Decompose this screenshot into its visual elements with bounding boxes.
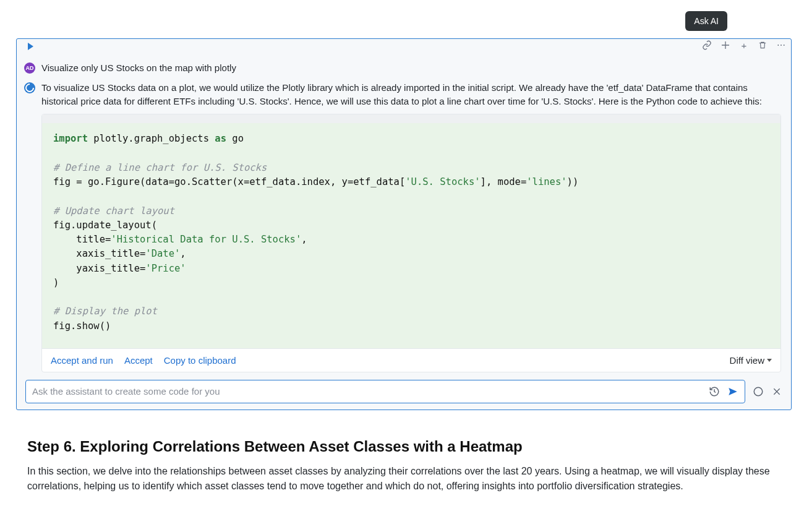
code-string: 'U.S. Stocks': [405, 176, 480, 187]
history-icon[interactable]: [709, 386, 720, 397]
code-string: 'Price': [145, 263, 186, 274]
diff-view-label: Diff view: [730, 355, 764, 366]
code-token: xaxis_title=: [53, 248, 145, 259]
user-message: AD Visualize only US Stocks on the map w…: [24, 61, 781, 75]
code-header-strip: [42, 114, 780, 123]
page-frame: Ask AI + ⋯ AD Visualize only US: [0, 0, 804, 532]
user-avatar: AD: [24, 62, 35, 74]
code-token: as: [215, 133, 226, 144]
code-token: title=: [53, 234, 111, 245]
prompt-input-wrap: [25, 380, 745, 403]
code-token: ], mode=: [481, 176, 527, 187]
diff-view-dropdown[interactable]: Diff view: [730, 355, 772, 366]
send-icon[interactable]: [727, 386, 738, 397]
close-icon[interactable]: [771, 386, 782, 397]
code-token: fig.show(): [53, 320, 111, 332]
code-token: ): [53, 277, 59, 288]
user-message-text: Visualize only US Stocks on the map with…: [41, 61, 236, 75]
svg-point-0: [754, 387, 763, 396]
assistant-prompt-input[interactable]: [32, 386, 709, 397]
ai-avatar: [24, 82, 35, 93]
code-actions-row: Accept and run Accept Copy to clipboard …: [42, 348, 780, 372]
ai-message-text: To visualize US Stocks data on a plot, w…: [41, 81, 781, 108]
code-body: import plotly.graph_objects as go # Defi…: [42, 123, 780, 348]
code-string: 'lines': [526, 176, 567, 187]
code-token: ,: [180, 248, 186, 259]
ask-ai-button[interactable]: Ask AI: [685, 11, 727, 31]
code-token: plotly.graph_objects: [88, 133, 215, 144]
cell-toolbar: + ⋯: [17, 39, 791, 54]
run-cell-icon[interactable]: [28, 43, 33, 50]
add-cell-icon[interactable]: [721, 40, 730, 50]
accept-and-run-button[interactable]: Accept and run: [51, 355, 113, 366]
code-comment: # Display the plot: [53, 306, 157, 317]
code-comment: # Update chart layout: [53, 205, 174, 217]
more-icon[interactable]: ⋯: [776, 40, 786, 50]
notebook-cell: + ⋯ AD Visualize only US Stocks on the m…: [16, 38, 792, 410]
code-comment: # Define a line chart for U.S. Stocks: [53, 162, 267, 173]
stop-icon[interactable]: [753, 386, 764, 397]
copy-to-clipboard-button[interactable]: Copy to clipboard: [164, 355, 236, 366]
code-string: 'Date': [145, 248, 180, 259]
code-string: 'Historical Data for U.S. Stocks': [111, 234, 301, 245]
prompt-row: [25, 380, 782, 403]
code-token: ,: [301, 234, 307, 245]
code-token: )): [567, 176, 579, 187]
ai-chat-panel: AD Visualize only US Stocks on the map w…: [17, 54, 791, 108]
code-suggestion-block: import plotly.graph_objects as go # Defi…: [41, 114, 781, 372]
accept-button[interactable]: Accept: [124, 355, 153, 366]
code-token: fig.update_layout(: [53, 220, 157, 231]
plus-icon[interactable]: +: [739, 40, 749, 50]
step-6-paragraph: In this section, we delve into the relat…: [27, 464, 777, 494]
cell-toolbar-actions: + ⋯: [702, 40, 786, 50]
chevron-down-icon: [767, 359, 772, 362]
code-token: yaxis_title=: [53, 263, 145, 274]
ai-message: To visualize US Stocks data on a plot, w…: [24, 81, 781, 108]
markdown-section: Step 6. Exploring Correlations Between A…: [27, 438, 777, 494]
code-token: import: [53, 133, 88, 144]
code-token: fig = go.Figure(data=go.Scatter(x=etf_da…: [53, 176, 405, 187]
trash-icon[interactable]: [758, 40, 768, 50]
link-icon[interactable]: [702, 40, 712, 50]
code-token: go: [226, 133, 244, 144]
step-6-heading: Step 6. Exploring Correlations Between A…: [27, 438, 777, 455]
